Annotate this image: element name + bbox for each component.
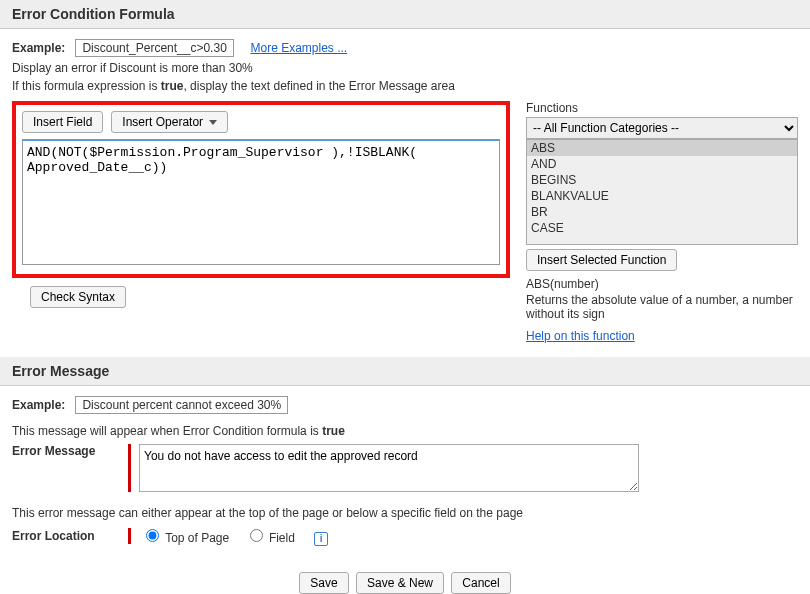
required-bar-icon [128, 444, 131, 492]
radio-top-of-page-input[interactable] [146, 529, 159, 542]
err-example-value-box: Discount percent cannot exceed 30% [75, 396, 288, 414]
function-item[interactable]: CASE [527, 220, 797, 236]
error-message-field-label: Error Message [12, 444, 122, 458]
more-examples-link[interactable]: More Examples ... [250, 41, 347, 55]
function-signature: ABS(number) [526, 277, 798, 291]
required-bar-icon [128, 528, 131, 544]
function-item[interactable]: ABS [527, 140, 797, 156]
function-item[interactable]: BR [527, 204, 797, 220]
error-location-label: Error Location [12, 529, 122, 543]
function-category-select[interactable]: -- All Function Categories -- [526, 117, 798, 139]
insert-selected-function-button[interactable]: Insert Selected Function [526, 249, 677, 271]
section-header-formula: Error Condition Formula [0, 0, 810, 29]
function-listbox[interactable]: ABS AND BEGINS BLANKVALUE BR CASE [526, 139, 798, 245]
error-message-textarea[interactable] [139, 444, 639, 492]
formula-highlight-frame: Insert Field Insert Operator [12, 101, 510, 278]
example-description: Display an error if Discount is more tha… [12, 61, 798, 75]
insert-operator-button[interactable]: Insert Operator [111, 111, 228, 133]
radio-top-of-page[interactable]: Top of Page [141, 531, 233, 545]
check-syntax-button[interactable]: Check Syntax [30, 286, 126, 308]
err-appear-description: This message will appear when Error Cond… [12, 424, 798, 438]
example-label: Example: [12, 41, 65, 55]
function-item[interactable]: AND [527, 156, 797, 172]
save-button[interactable]: Save [299, 572, 348, 594]
example-value-box: Discount_Percent__c>0.30 [75, 39, 233, 57]
formula-textarea[interactable] [22, 139, 500, 265]
error-location-radio-group: Top of Page Field i [141, 526, 328, 546]
insert-field-button[interactable]: Insert Field [22, 111, 103, 133]
function-help-link[interactable]: Help on this function [526, 329, 635, 343]
info-icon[interactable]: i [314, 532, 328, 546]
section-header-error-message: Error Message [0, 357, 810, 386]
function-item[interactable]: BLANKVALUE [527, 188, 797, 204]
formula-true-description: If this formula expression is true, disp… [12, 79, 798, 93]
error-location-note: This error message can either appear at … [12, 506, 798, 520]
radio-field[interactable]: Field [245, 531, 299, 545]
function-item[interactable]: BEGINS [527, 172, 797, 188]
functions-label: Functions [526, 101, 798, 115]
cancel-button[interactable]: Cancel [451, 572, 510, 594]
radio-field-input[interactable] [250, 529, 263, 542]
function-description: Returns the absolute value of a number, … [526, 293, 798, 321]
err-example-label: Example: [12, 398, 65, 412]
footer-buttons: Save Save & New Cancel [0, 560, 810, 595]
save-and-new-button[interactable]: Save & New [356, 572, 444, 594]
